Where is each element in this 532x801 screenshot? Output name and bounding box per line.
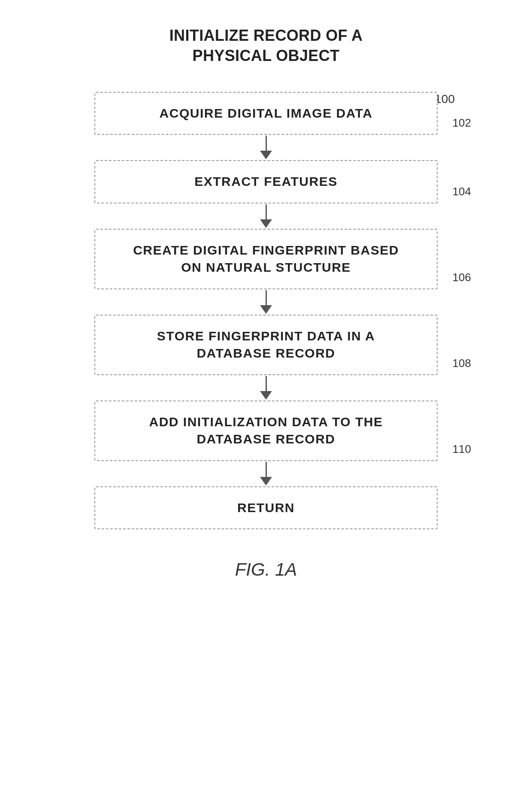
step-104: EXTRACT FEATURES104: [94, 160, 438, 203]
arrow-line-0: [266, 136, 267, 151]
arrow-line-3: [266, 376, 267, 391]
step-108-label: 108: [453, 357, 471, 370]
arrow-line-4: [266, 462, 267, 477]
step-102: ACQUIRE DIGITAL IMAGE DATA102: [94, 92, 438, 135]
arrow-head-3: [260, 391, 272, 400]
step-return-text: RETURN: [237, 499, 295, 517]
arrow-down-icon-1: [257, 204, 275, 228]
step-108: STORE FINGERPRINT DATA IN A DATABASE REC…: [94, 315, 438, 375]
step-104-label: 104: [453, 185, 471, 198]
figure-label: FIG. 1A: [235, 559, 297, 580]
step-110-text: ADD INITIALIZATION DATA TO THE DATABASE …: [149, 413, 383, 448]
step-110: ADD INITIALIZATION DATA TO THE DATABASE …: [94, 400, 438, 461]
arrow-head-2: [260, 305, 272, 314]
step-104-text: EXTRACT FEATURES: [194, 173, 337, 191]
step-return: RETURN: [94, 486, 438, 530]
step-110-label: 110: [453, 443, 471, 456]
arrow-down-icon-0: [257, 136, 275, 159]
page-title: INITIALIZE RECORD OF A PHYSICAL OBJECT: [169, 26, 363, 66]
arrow-down-icon-3: [257, 376, 275, 400]
arrow-line-2: [266, 290, 267, 305]
arrow-line-1: [266, 204, 267, 219]
arrow-down-icon-4: [257, 462, 275, 485]
arrow-head-0: [260, 151, 272, 159]
step-102-label: 102: [453, 116, 471, 130]
arrow-head-1: [260, 219, 272, 228]
step-106: CREATE DIGITAL FINGERPRINT BASED ON NATU…: [94, 229, 438, 289]
step-108-text: STORE FINGERPRINT DATA IN A DATABASE REC…: [157, 328, 375, 362]
arrow-down-icon-2: [257, 290, 275, 314]
step-106-text: CREATE DIGITAL FINGERPRINT BASED ON NATU…: [133, 242, 399, 276]
flowchart-diagram: 100 ACQUIRE DIGITAL IMAGE DATA102EXTRACT…: [73, 92, 459, 530]
reference-100-label: 100: [435, 92, 455, 106]
arrow-head-4: [260, 477, 272, 485]
step-102-text: ACQUIRE DIGITAL IMAGE DATA: [160, 105, 373, 122]
step-106-label: 106: [453, 271, 471, 284]
